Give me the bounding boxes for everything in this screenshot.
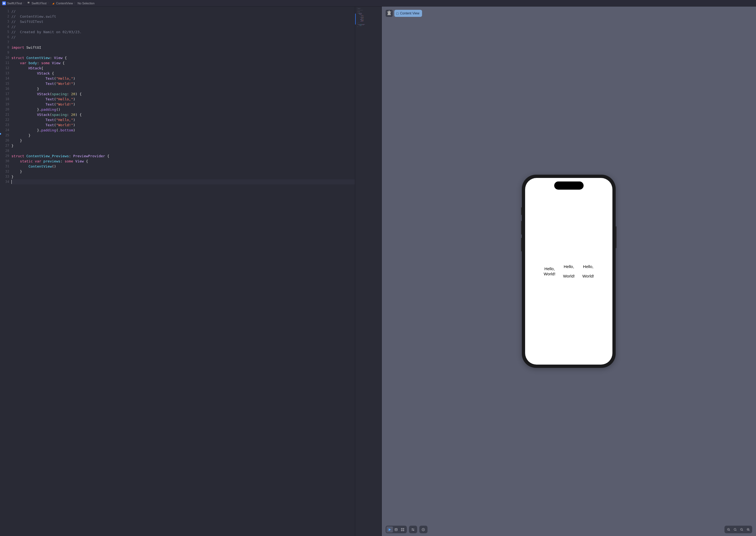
zoom-out-button[interactable] <box>725 526 732 532</box>
code-line[interactable]: Text("World!") <box>12 102 355 107</box>
code-line[interactable]: } <box>12 133 355 138</box>
left-control-group <box>386 526 427 533</box>
device-power-button <box>616 226 616 248</box>
text-hello: Hello, <box>564 264 574 269</box>
code-line[interactable]: // Created by Namit on 02/03/23. <box>12 29 355 35</box>
code-line[interactable]: struct ContentView: View { <box>12 55 355 60</box>
line-number[interactable]: 17 <box>0 91 12 97</box>
variants-preview-button[interactable] <box>399 526 406 532</box>
line-number[interactable]: 25 <box>0 133 12 138</box>
code-line[interactable]: }.padding() <box>12 107 355 112</box>
line-number[interactable]: 23 <box>0 122 12 128</box>
code-line[interactable]: // SwiftUITest <box>12 19 355 24</box>
code-line[interactable]: static var previews: some View { <box>12 159 355 164</box>
line-number[interactable]: 14 <box>0 76 12 81</box>
code-line[interactable]: HStack{ <box>12 66 355 71</box>
line-number[interactable]: 30 <box>0 159 12 164</box>
line-number[interactable]: 34 <box>0 179 12 184</box>
code-line[interactable]: Text("Hello,") <box>12 117 355 122</box>
code-line[interactable]: Text("Hello,") <box>12 97 355 102</box>
selectable-preview-button[interactable] <box>393 526 399 532</box>
line-number[interactable]: 2 <box>0 14 12 19</box>
code-editor[interactable]: //// ContentView.swift// SwiftUITest////… <box>12 7 355 536</box>
pin-button[interactable] <box>386 10 393 17</box>
line-number[interactable]: 3 <box>0 19 12 24</box>
breadcrumb-project[interactable]: SwiftUITest <box>7 2 22 5</box>
line-number[interactable]: 28 <box>0 148 12 153</box>
code-line[interactable]: VStack(spacing: 20) { <box>12 112 355 117</box>
code-line[interactable]: } <box>12 169 355 174</box>
line-number[interactable]: 4 <box>0 24 12 29</box>
preview-preferences-button[interactable] <box>420 526 427 532</box>
code-line[interactable] <box>12 148 355 153</box>
code-line[interactable]: } <box>12 86 355 91</box>
zoom-actual-button[interactable]: 1 <box>738 526 745 532</box>
svg-point-8 <box>423 529 424 530</box>
line-number[interactable]: 8 <box>0 45 12 50</box>
line-number[interactable]: 1 <box>0 9 12 14</box>
line-number[interactable]: 18 <box>0 97 12 102</box>
svg-point-6 <box>413 530 414 530</box>
minimap[interactable]: //// ContentView.swift// SwiftUITest////… <box>355 7 382 536</box>
line-number[interactable]: 24 <box>0 128 12 133</box>
breadcrumb-file[interactable]: ContentView <box>56 2 73 5</box>
breadcrumb-selection[interactable]: No Selection <box>78 2 94 5</box>
svg-rect-4 <box>403 530 404 531</box>
preview-pill-label: Content View <box>400 12 419 15</box>
code-line[interactable]: struct ContentView_Previews: PreviewProv… <box>12 153 355 159</box>
code-line[interactable] <box>12 40 355 45</box>
line-number[interactable]: 32 <box>0 169 12 174</box>
line-number[interactable]: 33 <box>0 174 12 179</box>
line-number[interactable]: 7 <box>0 40 12 45</box>
code-line[interactable]: // <box>12 9 355 14</box>
line-number[interactable]: 12 <box>0 66 12 71</box>
line-number[interactable]: 31 <box>0 164 12 169</box>
line-number[interactable]: 26 <box>0 138 12 143</box>
code-line[interactable]: } <box>12 138 355 143</box>
device-settings-button[interactable] <box>410 526 416 532</box>
line-number[interactable]: 27 <box>0 143 12 148</box>
line-number[interactable]: 16 <box>0 86 12 91</box>
line-number[interactable]: 21 <box>0 112 12 117</box>
line-number[interactable]: 22 <box>0 117 12 122</box>
code-line[interactable] <box>12 50 355 55</box>
code-line[interactable]: } <box>12 174 355 179</box>
zoom-control-group: 1 <box>724 526 752 533</box>
breadcrumb-folder[interactable]: SwiftUITest <box>32 2 47 5</box>
chevron-right-icon: 〉 <box>47 1 50 5</box>
zoom-in-button[interactable] <box>745 526 751 532</box>
line-number[interactable]: 29 <box>0 153 12 159</box>
code-line[interactable]: ContentView() <box>12 164 355 169</box>
preview-canvas[interactable]: Hello, World! Hello, World! Hello, World… <box>382 7 756 536</box>
text-hello: Hello, <box>583 264 593 269</box>
code-line[interactable]: // ContentView.swift <box>12 14 355 19</box>
code-line[interactable]: import SwiftUI <box>12 45 355 50</box>
line-number[interactable]: 6 <box>0 35 12 40</box>
code-line[interactable]: Text("World!") <box>12 81 355 86</box>
line-number[interactable]: 10 <box>0 55 12 60</box>
code-line[interactable]: // <box>12 24 355 29</box>
zoom-fit-button[interactable] <box>732 526 738 532</box>
line-number[interactable]: 9 <box>0 50 12 55</box>
line-number[interactable]: 20 <box>0 107 12 112</box>
line-gutter: 1234567891011121314151617181920212223242… <box>0 7 12 536</box>
code-line[interactable]: Text("Hello,") <box>12 76 355 81</box>
code-line[interactable]: VStack(spacing: 20) { <box>12 91 355 97</box>
code-line[interactable]: } <box>12 143 355 148</box>
device-mute-switch <box>521 207 522 215</box>
line-number[interactable]: 15 <box>0 81 12 86</box>
code-line[interactable]: Text("World!") <box>12 122 355 128</box>
line-number[interactable]: 11 <box>0 60 12 66</box>
live-preview-button[interactable] <box>387 526 393 532</box>
main-content: 1234567891011121314151617181920212223242… <box>0 7 756 536</box>
line-number[interactable]: 13 <box>0 71 12 76</box>
code-line[interactable]: var body: some View { <box>12 60 355 66</box>
code-line[interactable]: VStack { <box>12 71 355 76</box>
preview-selector-pill[interactable]: ▢ Content View <box>394 10 422 17</box>
code-line[interactable]: // <box>12 35 355 40</box>
code-line[interactable] <box>12 179 355 184</box>
code-line[interactable]: }.padding(.bottom) <box>12 128 355 133</box>
line-number[interactable]: 5 <box>0 29 12 35</box>
preview-controls: 1 <box>386 526 752 533</box>
line-number[interactable]: 19 <box>0 102 12 107</box>
